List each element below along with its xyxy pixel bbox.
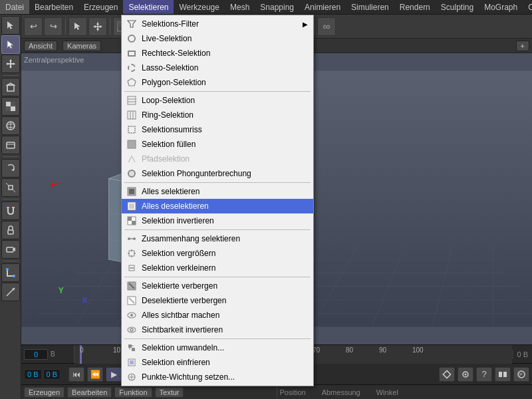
dd-ring-selektion[interactable]: Ring-Selektion bbox=[122, 108, 313, 122]
menu-sculpting[interactable]: Sculpting bbox=[436, 0, 479, 14]
dd-icon-sichtbar bbox=[126, 310, 138, 321]
viewport-expand[interactable]: + bbox=[516, 41, 529, 51]
dd-alles-selektieren[interactable]: Alles selektieren bbox=[122, 184, 313, 199]
transport-extra-2[interactable]: P bbox=[513, 367, 529, 382]
dd-sichtbarkeit-invert[interactable]: Sichtbarkeit invertieren bbox=[122, 323, 313, 337]
menu-erzeugen[interactable]: Erzeugen bbox=[78, 0, 123, 14]
svg-point-127 bbox=[130, 329, 133, 331]
svg-rect-129 bbox=[132, 348, 135, 351]
svg-rect-101 bbox=[128, 126, 135, 133]
tool-scale[interactable] bbox=[1, 178, 20, 197]
frame-input[interactable] bbox=[24, 349, 48, 360]
tool-lock[interactable] bbox=[1, 221, 20, 239]
dd-selektierte-verbergen[interactable]: Selektierte verbergen bbox=[122, 279, 313, 293]
tool-move[interactable] bbox=[1, 55, 20, 73]
dd-label-loop: Loop-Selektion bbox=[142, 96, 308, 105]
dd-selektion-invertieren[interactable]: Selektion invertieren bbox=[122, 213, 313, 228]
dd-icon-alles-sel bbox=[126, 186, 138, 197]
transport-first[interactable]: ⏮ bbox=[68, 367, 84, 382]
dd-selektions-filter[interactable]: Selektions-Filter ▶ bbox=[122, 17, 313, 31]
tick-10: 10 bbox=[113, 346, 120, 354]
tb-obj-6[interactable]: ∞ bbox=[317, 17, 336, 36]
dd-alles-deselektieren[interactable]: Alles deselektieren bbox=[122, 199, 313, 213]
dd-lasso-selektion[interactable]: Lasso-Selektion bbox=[122, 61, 313, 75]
dd-alles-sichtbar[interactable]: Alles sichtbar machen bbox=[122, 308, 313, 323]
tool-corner[interactable] bbox=[1, 263, 20, 282]
menu-mograph[interactable]: MoGraph bbox=[479, 0, 523, 14]
menu-mesh[interactable]: Mesh bbox=[225, 0, 255, 14]
transport-prev[interactable]: ⏪ bbox=[87, 367, 103, 382]
dd-label-pfad: Pfadselektion bbox=[142, 154, 308, 164]
dd-selektion-einfrieren[interactable]: Selektion einfrieren bbox=[122, 355, 313, 370]
svg-rect-95 bbox=[128, 96, 136, 104]
bottom-btn-textur[interactable]: Textur bbox=[155, 387, 184, 398]
menu-simulieren[interactable]: Simulieren bbox=[346, 0, 394, 14]
dd-label-wichtung: Punkte-Wichtung setzen... bbox=[142, 372, 308, 382]
dd-icon-sicht-invert bbox=[126, 325, 138, 335]
svg-rect-6 bbox=[7, 85, 14, 91]
menu-rendern[interactable]: Rendern bbox=[394, 0, 436, 14]
dd-live-selektion[interactable]: Live-Selektion bbox=[122, 31, 313, 46]
dd-sep-2 bbox=[124, 182, 311, 183]
dd-selektion-umwandeln[interactable]: Selektion umwandeln... bbox=[122, 340, 313, 355]
svg-line-21 bbox=[13, 190, 15, 192]
dd-label-sel-verb: Selektierte verbergen bbox=[142, 281, 308, 291]
dd-label-vergrossern: Selektion vergrößern bbox=[142, 249, 308, 258]
dd-rechteck-selektion[interactable]: Rechteck-Selektion bbox=[122, 46, 313, 61]
red-arrow-indicator: ← bbox=[45, 172, 66, 196]
tool-sphere[interactable] bbox=[1, 116, 20, 135]
transport-keyframe[interactable] bbox=[439, 367, 455, 382]
tool-object[interactable] bbox=[1, 136, 20, 154]
transport-extra-1[interactable] bbox=[495, 367, 511, 382]
dd-label-desel-verb: Deselektierte verbergen bbox=[142, 296, 308, 305]
undo-button[interactable]: ↩ bbox=[24, 17, 43, 36]
dd-verkleinern[interactable]: Selektion verkleinern bbox=[122, 261, 313, 275]
svg-rect-102 bbox=[128, 140, 136, 148]
svg-rect-133 bbox=[130, 360, 134, 364]
bottom-btn-bearbeiten[interactable]: Bearbeiten bbox=[67, 387, 112, 398]
tool-camera[interactable] bbox=[1, 240, 20, 259]
tb-select-tool[interactable] bbox=[68, 17, 87, 36]
dd-selektion-fullen[interactable]: Selektion füllen bbox=[122, 137, 313, 152]
tool-magnet[interactable] bbox=[1, 201, 20, 220]
dd-selektion-phong[interactable]: Selektion Phongunterbrechung bbox=[122, 166, 313, 181]
tb-move-tool[interactable] bbox=[88, 17, 107, 36]
menu-datei[interactable]: Datei bbox=[0, 0, 29, 14]
tool-select-arrow[interactable] bbox=[1, 16, 20, 35]
transport-play[interactable]: ▶ bbox=[106, 367, 122, 382]
tool-select-white[interactable] bbox=[1, 35, 20, 54]
tool-checkerboard[interactable] bbox=[1, 97, 20, 116]
transport-settings[interactable] bbox=[458, 367, 473, 382]
dd-loop-selektion[interactable]: Loop-Selektion bbox=[122, 93, 313, 108]
transport-help[interactable]: ? bbox=[476, 367, 492, 382]
dd-sep-5 bbox=[124, 338, 311, 339]
viewport-tab-kameras[interactable]: Kameras bbox=[63, 41, 101, 51]
svg-marker-93 bbox=[128, 21, 136, 27]
tool-rotate[interactable] bbox=[1, 159, 20, 178]
svg-rect-11 bbox=[6, 106, 11, 111]
menu-snapping[interactable]: Snapping bbox=[255, 0, 299, 14]
dd-polygon-selektion[interactable]: Polygon-Selektion bbox=[122, 75, 313, 90]
menu-charak[interactable]: Charak bbox=[523, 0, 532, 14]
svg-text:P: P bbox=[519, 372, 523, 377]
dd-punkte-wichtung[interactable]: Punkte-Wichtung setzen... bbox=[122, 370, 313, 384]
menu-selektieren[interactable]: Selektieren bbox=[123, 0, 174, 14]
menu-animieren[interactable]: Animieren bbox=[299, 0, 346, 14]
dd-selektionsumriss[interactable]: Selektionsumriss bbox=[122, 122, 313, 137]
bottom-btn-erzeugen[interactable]: Erzeugen bbox=[24, 387, 65, 398]
dd-arrow-filter: ▶ bbox=[303, 21, 308, 28]
dd-deselektierte-verbergen[interactable]: Deselektierte verbergen bbox=[122, 293, 313, 308]
svg-marker-5 bbox=[13, 63, 15, 65]
dd-label-polygon: Polygon-Selektion bbox=[142, 78, 308, 87]
dd-vergrossern[interactable]: Selektion vergrößern bbox=[122, 246, 313, 261]
menu-werkzeuge[interactable]: Werkzeuge bbox=[174, 0, 224, 14]
tool-move-arrow[interactable] bbox=[1, 283, 20, 301]
tool-cube[interactable] bbox=[1, 78, 20, 96]
menu-bearbeiten[interactable]: Bearbeiten bbox=[29, 0, 78, 14]
dd-label-alles-sel: Alles selektieren bbox=[142, 187, 308, 196]
redo-button[interactable]: ↪ bbox=[44, 17, 63, 36]
dd-zusammenhang[interactable]: Zusammenhang selektieren bbox=[122, 231, 313, 246]
viewport-tab-ansicht[interactable]: Ansicht bbox=[24, 41, 57, 51]
bottom-btn-funktion[interactable]: Funktion bbox=[114, 387, 152, 398]
abmessung-label: Abmessung bbox=[322, 388, 360, 396]
